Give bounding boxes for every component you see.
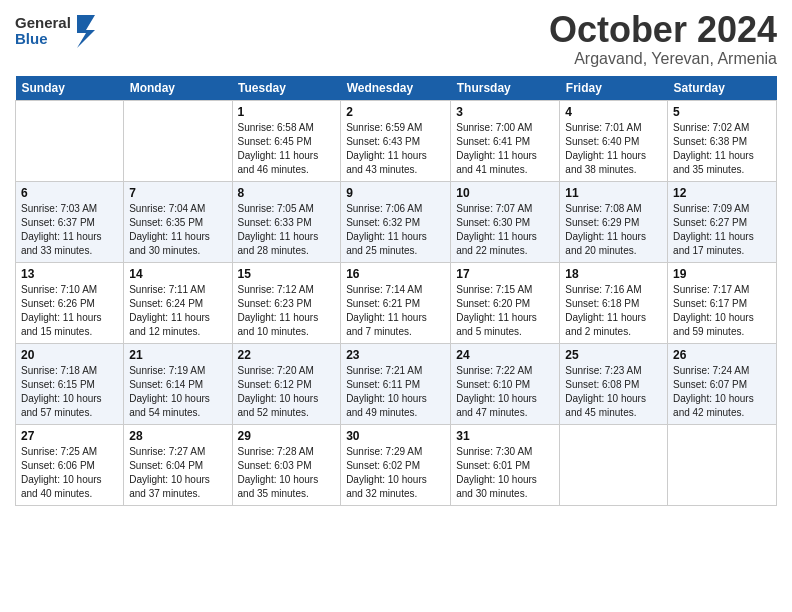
day-number: 29	[238, 429, 336, 443]
day-info: Sunrise: 7:18 AM Sunset: 6:15 PM Dayligh…	[21, 364, 118, 420]
day-cell: 17Sunrise: 7:15 AM Sunset: 6:20 PM Dayli…	[451, 262, 560, 343]
day-cell: 6Sunrise: 7:03 AM Sunset: 6:37 PM Daylig…	[16, 181, 124, 262]
day-info: Sunrise: 7:29 AM Sunset: 6:02 PM Dayligh…	[346, 445, 445, 501]
day-info: Sunrise: 7:08 AM Sunset: 6:29 PM Dayligh…	[565, 202, 662, 258]
day-cell: 23Sunrise: 7:21 AM Sunset: 6:11 PM Dayli…	[341, 343, 451, 424]
logo-text: General Blue	[15, 10, 105, 56]
day-number: 7	[129, 186, 226, 200]
day-info: Sunrise: 7:09 AM Sunset: 6:27 PM Dayligh…	[673, 202, 771, 258]
day-info: Sunrise: 7:01 AM Sunset: 6:40 PM Dayligh…	[565, 121, 662, 177]
day-cell: 20Sunrise: 7:18 AM Sunset: 6:15 PM Dayli…	[16, 343, 124, 424]
day-number: 10	[456, 186, 554, 200]
day-cell: 2Sunrise: 6:59 AM Sunset: 6:43 PM Daylig…	[341, 100, 451, 181]
day-number: 16	[346, 267, 445, 281]
day-cell: 18Sunrise: 7:16 AM Sunset: 6:18 PM Dayli…	[560, 262, 668, 343]
day-number: 24	[456, 348, 554, 362]
day-cell	[560, 424, 668, 505]
day-cell: 13Sunrise: 7:10 AM Sunset: 6:26 PM Dayli…	[16, 262, 124, 343]
logo-icon: General Blue	[15, 10, 105, 52]
week-row-5: 27Sunrise: 7:25 AM Sunset: 6:06 PM Dayli…	[16, 424, 777, 505]
week-row-3: 13Sunrise: 7:10 AM Sunset: 6:26 PM Dayli…	[16, 262, 777, 343]
day-info: Sunrise: 7:10 AM Sunset: 6:26 PM Dayligh…	[21, 283, 118, 339]
month-title: October 2024	[549, 10, 777, 50]
day-info: Sunrise: 7:12 AM Sunset: 6:23 PM Dayligh…	[238, 283, 336, 339]
day-cell: 25Sunrise: 7:23 AM Sunset: 6:08 PM Dayli…	[560, 343, 668, 424]
day-number: 28	[129, 429, 226, 443]
day-info: Sunrise: 7:03 AM Sunset: 6:37 PM Dayligh…	[21, 202, 118, 258]
day-number: 21	[129, 348, 226, 362]
day-cell	[668, 424, 777, 505]
day-info: Sunrise: 7:07 AM Sunset: 6:30 PM Dayligh…	[456, 202, 554, 258]
header-cell-saturday: Saturday	[668, 76, 777, 101]
day-info: Sunrise: 7:04 AM Sunset: 6:35 PM Dayligh…	[129, 202, 226, 258]
day-info: Sunrise: 7:06 AM Sunset: 6:32 PM Dayligh…	[346, 202, 445, 258]
svg-marker-2	[77, 15, 95, 48]
day-info: Sunrise: 7:27 AM Sunset: 6:04 PM Dayligh…	[129, 445, 226, 501]
day-number: 15	[238, 267, 336, 281]
day-info: Sunrise: 7:20 AM Sunset: 6:12 PM Dayligh…	[238, 364, 336, 420]
day-number: 22	[238, 348, 336, 362]
day-info: Sunrise: 7:15 AM Sunset: 6:20 PM Dayligh…	[456, 283, 554, 339]
day-info: Sunrise: 7:19 AM Sunset: 6:14 PM Dayligh…	[129, 364, 226, 420]
header-cell-wednesday: Wednesday	[341, 76, 451, 101]
header-row: SundayMondayTuesdayWednesdayThursdayFrid…	[16, 76, 777, 101]
svg-text:Blue: Blue	[15, 30, 48, 47]
day-number: 2	[346, 105, 445, 119]
header: General Blue October 2024 Argavand, Yere…	[15, 10, 777, 68]
day-number: 14	[129, 267, 226, 281]
day-info: Sunrise: 6:58 AM Sunset: 6:45 PM Dayligh…	[238, 121, 336, 177]
day-info: Sunrise: 7:16 AM Sunset: 6:18 PM Dayligh…	[565, 283, 662, 339]
day-cell: 16Sunrise: 7:14 AM Sunset: 6:21 PM Dayli…	[341, 262, 451, 343]
header-cell-sunday: Sunday	[16, 76, 124, 101]
day-number: 30	[346, 429, 445, 443]
day-info: Sunrise: 7:02 AM Sunset: 6:38 PM Dayligh…	[673, 121, 771, 177]
day-number: 3	[456, 105, 554, 119]
logo: General Blue	[15, 10, 105, 56]
calendar-table: SundayMondayTuesdayWednesdayThursdayFrid…	[15, 76, 777, 506]
day-number: 11	[565, 186, 662, 200]
day-cell: 14Sunrise: 7:11 AM Sunset: 6:24 PM Dayli…	[124, 262, 232, 343]
header-cell-thursday: Thursday	[451, 76, 560, 101]
day-cell: 21Sunrise: 7:19 AM Sunset: 6:14 PM Dayli…	[124, 343, 232, 424]
day-cell: 15Sunrise: 7:12 AM Sunset: 6:23 PM Dayli…	[232, 262, 341, 343]
svg-text:General: General	[15, 14, 71, 31]
header-cell-friday: Friday	[560, 76, 668, 101]
day-info: Sunrise: 7:25 AM Sunset: 6:06 PM Dayligh…	[21, 445, 118, 501]
day-info: Sunrise: 7:21 AM Sunset: 6:11 PM Dayligh…	[346, 364, 445, 420]
day-number: 26	[673, 348, 771, 362]
day-cell: 31Sunrise: 7:30 AM Sunset: 6:01 PM Dayli…	[451, 424, 560, 505]
day-number: 19	[673, 267, 771, 281]
day-info: Sunrise: 7:24 AM Sunset: 6:07 PM Dayligh…	[673, 364, 771, 420]
day-info: Sunrise: 7:05 AM Sunset: 6:33 PM Dayligh…	[238, 202, 336, 258]
day-number: 18	[565, 267, 662, 281]
day-info: Sunrise: 7:28 AM Sunset: 6:03 PM Dayligh…	[238, 445, 336, 501]
day-number: 6	[21, 186, 118, 200]
day-number: 4	[565, 105, 662, 119]
day-number: 31	[456, 429, 554, 443]
day-number: 23	[346, 348, 445, 362]
day-cell: 22Sunrise: 7:20 AM Sunset: 6:12 PM Dayli…	[232, 343, 341, 424]
week-row-1: 1Sunrise: 6:58 AM Sunset: 6:45 PM Daylig…	[16, 100, 777, 181]
day-number: 1	[238, 105, 336, 119]
day-number: 12	[673, 186, 771, 200]
day-info: Sunrise: 7:23 AM Sunset: 6:08 PM Dayligh…	[565, 364, 662, 420]
day-info: Sunrise: 7:14 AM Sunset: 6:21 PM Dayligh…	[346, 283, 445, 339]
day-info: Sunrise: 6:59 AM Sunset: 6:43 PM Dayligh…	[346, 121, 445, 177]
day-cell: 27Sunrise: 7:25 AM Sunset: 6:06 PM Dayli…	[16, 424, 124, 505]
page: General Blue October 2024 Argavand, Yere…	[0, 0, 792, 612]
day-number: 5	[673, 105, 771, 119]
day-cell: 12Sunrise: 7:09 AM Sunset: 6:27 PM Dayli…	[668, 181, 777, 262]
title-area: October 2024 Argavand, Yerevan, Armenia	[549, 10, 777, 68]
day-cell	[16, 100, 124, 181]
week-row-4: 20Sunrise: 7:18 AM Sunset: 6:15 PM Dayli…	[16, 343, 777, 424]
day-cell: 26Sunrise: 7:24 AM Sunset: 6:07 PM Dayli…	[668, 343, 777, 424]
day-info: Sunrise: 7:00 AM Sunset: 6:41 PM Dayligh…	[456, 121, 554, 177]
day-info: Sunrise: 7:22 AM Sunset: 6:10 PM Dayligh…	[456, 364, 554, 420]
day-cell: 5Sunrise: 7:02 AM Sunset: 6:38 PM Daylig…	[668, 100, 777, 181]
day-cell: 11Sunrise: 7:08 AM Sunset: 6:29 PM Dayli…	[560, 181, 668, 262]
day-info: Sunrise: 7:30 AM Sunset: 6:01 PM Dayligh…	[456, 445, 554, 501]
week-row-2: 6Sunrise: 7:03 AM Sunset: 6:37 PM Daylig…	[16, 181, 777, 262]
day-number: 17	[456, 267, 554, 281]
day-number: 13	[21, 267, 118, 281]
day-number: 27	[21, 429, 118, 443]
